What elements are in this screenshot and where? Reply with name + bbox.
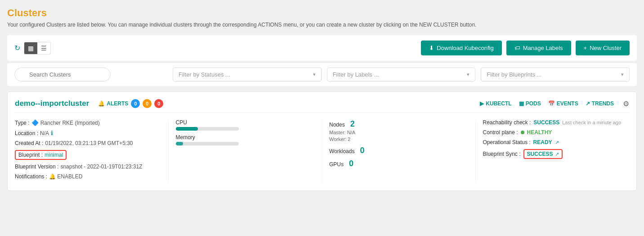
cluster-resources-col: CPU Memory xyxy=(169,119,322,183)
blueprints-filter[interactable]: Filter by Blueprints ... ▾ xyxy=(481,68,630,82)
download-icon: ⬇ xyxy=(429,45,434,51)
alerts-section: 🔔 ALERTS 0 0 0 xyxy=(98,99,163,108)
trends-icon: ↗ xyxy=(586,100,590,107)
plus-icon: + xyxy=(584,45,587,51)
page-title: Clusters xyxy=(7,7,637,19)
new-cluster-button[interactable]: + New Cluster xyxy=(576,41,630,55)
reachability-row: Reachability check : SUCCESS Last check … xyxy=(483,119,622,126)
download-kubeconfig-button[interactable]: ⬇ Download Kubeconfig xyxy=(421,41,501,55)
blueprint-box: Blueprint : minimal xyxy=(15,150,67,160)
chevron-down-icon: ▾ xyxy=(313,72,316,77)
blueprint-sync-box: SUCCESS ↗ xyxy=(523,149,563,159)
workloads-row: Workloads 0 xyxy=(329,146,468,155)
gpus-row: GPUs 0 xyxy=(329,159,468,168)
blueprint-sync-row: Blueprint Sync : SUCCESS ↗ xyxy=(483,149,622,159)
toolbar: ↻ ▦ ☰ ⬇ Download Kubeconfig 🏷 Manage Lab… xyxy=(7,35,637,61)
nodes-row: Nodes 2 Master: N/A Worker: 2 xyxy=(329,119,468,142)
status-filter[interactable]: Filter by Statuses ... ▾ xyxy=(173,68,322,82)
events-link[interactable]: 📅 EVENTS xyxy=(548,100,578,107)
chevron-down-icon: ▾ xyxy=(467,72,470,77)
cpu-progress-bar xyxy=(176,127,239,131)
page-container: Clusters Your configured Clusters are li… xyxy=(0,0,644,236)
search-wrap xyxy=(14,68,167,82)
refresh-icon[interactable]: ↻ xyxy=(14,44,20,52)
kubectl-link[interactable]: ▶ KUBECTL xyxy=(480,100,511,107)
cluster-info-col: Type : 🔷 Rancher RKE (Imported) Location… xyxy=(15,119,169,183)
type-row: Type : 🔷 Rancher RKE (Imported) xyxy=(15,119,161,126)
health-dot xyxy=(521,131,524,134)
memory-progress-bar xyxy=(176,142,239,145)
control-plane-row: Control plane : HEALTHY xyxy=(483,129,622,136)
search-input[interactable] xyxy=(14,68,111,82)
labels-filter[interactable]: Filter by Labels ... ▾ xyxy=(327,68,476,82)
alerts-label: 🔔 ALERTS xyxy=(98,100,128,107)
cluster-body: Type : 🔷 Rancher RKE (Imported) Location… xyxy=(15,119,629,183)
operational-external-link-icon[interactable]: ↗ xyxy=(555,140,559,145)
cpu-row: CPU xyxy=(176,119,315,131)
cluster-header-left: demo--importcluster 🔔 ALERTS 0 0 0 xyxy=(15,99,163,108)
cluster-header: demo--importcluster 🔔 ALERTS 0 0 0 ▶ KUB… xyxy=(15,99,629,113)
cluster-status-col: Reachability check : SUCCESS Last check … xyxy=(476,119,630,183)
pods-link[interactable]: ▦ PODS xyxy=(519,100,541,107)
info-icon[interactable]: ℹ xyxy=(51,130,53,136)
pods-icon: ▦ xyxy=(519,100,524,107)
cluster-stats-col: Nodes 2 Master: N/A Worker: 2 Workloads … xyxy=(322,119,476,183)
operational-row: Operational Status : READY ↗ xyxy=(483,139,622,145)
toolbar-right: ⬇ Download Kubeconfig 🏷 Manage Labels + … xyxy=(421,41,630,55)
toolbar-left: ↻ ▦ ☰ xyxy=(14,42,51,54)
page-subtitle: Your configured Clusters are listed belo… xyxy=(7,22,637,28)
cpu-progress-fill xyxy=(176,127,198,131)
blueprint-version-row: Blueprint Version : snapshot - 2022-01-1… xyxy=(15,163,161,170)
list-view-button[interactable]: ☰ xyxy=(37,42,50,54)
alerts-badge-red: 0 xyxy=(154,99,163,108)
location-row: Location : N/A ℹ xyxy=(15,130,161,136)
grid-view-button[interactable]: ▦ xyxy=(24,42,37,54)
blueprint-row: Blueprint : minimal xyxy=(15,150,161,160)
rancher-icon: 🔷 xyxy=(31,119,39,126)
label-icon: 🏷 xyxy=(514,45,520,51)
memory-progress-fill xyxy=(176,142,183,145)
alerts-badge-blue: 0 xyxy=(131,99,140,108)
created-row: Created At : 01/19/2022, 03:21:13 PM GMT… xyxy=(15,140,161,146)
memory-row: Memory xyxy=(176,134,315,145)
cluster-card: demo--importcluster 🔔 ALERTS 0 0 0 ▶ KUB… xyxy=(7,91,637,191)
cluster-name: demo--importcluster xyxy=(15,99,89,108)
settings-button[interactable]: ⚙ xyxy=(623,100,629,108)
header-actions: ▶ KUBECTL ▦ PODS 📅 EVENTS ↗ TRENDS xyxy=(480,100,614,107)
sync-external-link-icon[interactable]: ↗ xyxy=(555,151,559,157)
terminal-icon: ▶ xyxy=(480,100,484,107)
calendar-icon: 📅 xyxy=(548,100,555,107)
cluster-header-right: ▶ KUBECTL ▦ PODS 📅 EVENTS ↗ TRENDS xyxy=(480,100,629,108)
notifications-row: Notifications : 🔔 ENABLED xyxy=(15,173,161,180)
alerts-badge-orange: 0 xyxy=(143,99,152,108)
filters-bar: Filter by Statuses ... ▾ Filter by Label… xyxy=(7,63,637,86)
manage-labels-button[interactable]: 🏷 Manage Labels xyxy=(506,41,571,55)
view-toggle: ▦ ☰ xyxy=(24,42,51,54)
chevron-down-icon: ▾ xyxy=(621,72,624,77)
trends-link[interactable]: ↗ TRENDS xyxy=(586,100,614,107)
